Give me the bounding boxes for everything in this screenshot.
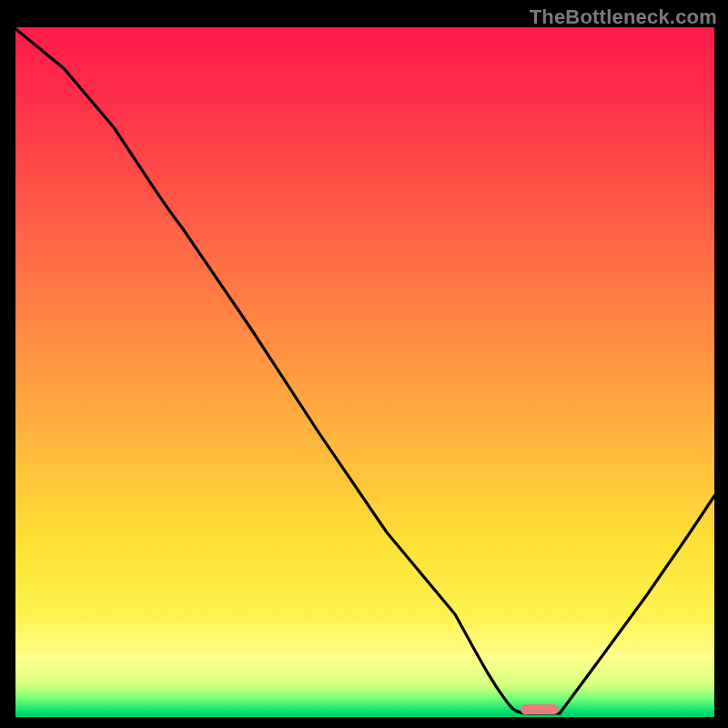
axes-layer [0,0,728,728]
bottleneck-chart: TheBottleneck.com [0,0,728,728]
watermark-text: TheBottleneck.com [530,5,717,29]
